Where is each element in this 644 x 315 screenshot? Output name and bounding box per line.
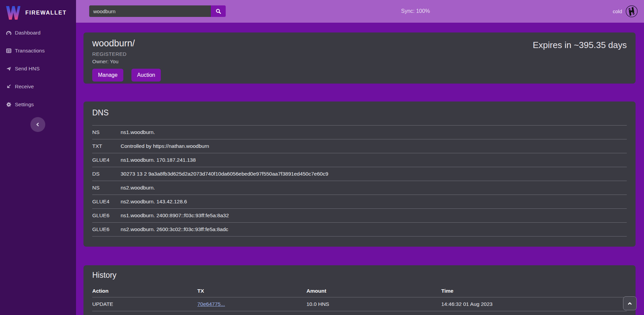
history-action: UPDATE	[92, 297, 197, 311]
domain-owner: Owner: You	[92, 59, 161, 64]
nav-label: Receive	[15, 84, 34, 90]
dns-record-value: 30273 13 2 9a3a8fb3d625d2a2073d740f10da6…	[121, 167, 627, 181]
send-icon	[6, 66, 11, 71]
dns-record-type: GLUE6	[92, 223, 121, 237]
dns-record-row: GLUE6ns1.woodburn. 2400:8907::f03c:93ff:…	[92, 209, 627, 223]
sidebar-item-transactions[interactable]: Transactions	[0, 47, 76, 54]
sync-status: Sync: 100%	[401, 8, 430, 14]
domain-actions: Manage Auction	[92, 69, 161, 82]
sidebar-collapse-button[interactable]	[30, 117, 45, 132]
brand-name: FIREWALLET	[25, 10, 67, 16]
dns-record-value: ns1.woodburn.	[121, 126, 627, 139]
dns-table: NSns1.woodburn. TXTControlled by https:/…	[92, 125, 627, 237]
handshake-logo-icon[interactable]	[625, 5, 638, 18]
nav-label: Settings	[15, 102, 34, 108]
history-header-amount: Amount	[306, 285, 441, 297]
tx-link[interactable]: 70e64775...	[197, 301, 225, 307]
dns-record-type: NS	[92, 181, 121, 195]
dns-record-value: ns2.woodburn. 143.42.128.6	[121, 195, 627, 209]
receive-icon	[6, 84, 11, 89]
transactions-icon	[6, 48, 11, 53]
history-header-tx: TX	[197, 285, 306, 297]
history-header-time: Time	[441, 285, 627, 297]
main-content: woodburn/ REGISTERED Owner: You Manage A…	[76, 23, 644, 315]
dns-record-value: ns2.woodburn.	[121, 181, 627, 195]
history-table: Action TX Amount Time UPDATE 70e64775...…	[92, 285, 627, 315]
dns-record-type: GLUE4	[92, 195, 121, 209]
history-amount: 10.0 HNS	[306, 311, 441, 315]
settings-icon	[6, 102, 11, 107]
history-time: 15:45:36 07 Jul 2023	[441, 311, 627, 315]
wallet-group: cold	[613, 0, 638, 23]
search-icon	[216, 8, 221, 14]
dns-record-value: Controlled by https://nathan.woodburn	[121, 139, 627, 153]
nav-label: Transactions	[15, 48, 45, 54]
brand[interactable]: FIREWALLET	[0, 0, 76, 21]
dns-record-row: GLUE6ns2.woodburn. 2600:3c02::f03c:93ff:…	[92, 223, 627, 237]
dns-card: DNS NSns1.woodburn. TXTControlled by htt…	[83, 102, 636, 247]
domain-card-left: woodburn/ REGISTERED Owner: You Manage A…	[92, 38, 161, 78]
search-button[interactable]	[211, 5, 226, 17]
dns-record-value: ns1.woodburn. 2400:8907::f03c:93ff:fe5a:…	[121, 209, 627, 223]
sidebar-item-settings[interactable]: Settings	[0, 101, 76, 108]
dns-card-title: DNS	[92, 108, 627, 117]
wallet-name: cold	[613, 8, 622, 14]
history-header-row: Action TX Amount Time	[92, 285, 627, 297]
auction-button[interactable]: Auction	[131, 69, 161, 82]
dns-record-value: ns2.woodburn. 2600:3c02::f03c:93ff:fe5a:…	[121, 223, 627, 237]
manage-button[interactable]: Manage	[92, 69, 123, 82]
scroll-to-top-button[interactable]	[623, 296, 637, 310]
dashboard-icon	[6, 30, 11, 36]
sidebar-item-receive[interactable]: Receive	[0, 83, 76, 90]
topbar: Sync: 100% cold	[76, 0, 644, 23]
dns-record-value: ns1.woodburn. 170.187.241.138	[121, 153, 627, 167]
dns-record-type: GLUE6	[92, 209, 121, 223]
search-group	[89, 5, 226, 17]
history-row: RENEW 473c8af... 10.0 HNS 15:45:36 07 Ju…	[92, 311, 627, 315]
dns-record-row: GLUE4ns2.woodburn. 143.42.128.6	[92, 195, 627, 209]
history-time: 14:46:32 01 Aug 2023	[441, 297, 627, 311]
domain-status: REGISTERED	[92, 51, 161, 57]
domain-expires: Expires in ~395.35 days	[533, 40, 627, 78]
search-input[interactable]	[89, 5, 211, 17]
dns-record-type: NS	[92, 126, 121, 139]
dns-record-row: GLUE4ns1.woodburn. 170.187.241.138	[92, 153, 627, 167]
history-amount: 10.0 HNS	[306, 297, 441, 311]
dns-record-type: TXT	[92, 139, 121, 153]
nav-label: Dashboard	[15, 30, 41, 36]
domain-card: woodburn/ REGISTERED Owner: You Manage A…	[83, 32, 636, 84]
domain-title: woodburn/	[92, 38, 161, 49]
sidebar-item-dashboard[interactable]: Dashboard	[0, 29, 76, 37]
dns-record-row: NSns2.woodburn.	[92, 181, 627, 195]
history-card: History Action TX Amount Time UPDATE 70e…	[83, 265, 636, 315]
sidebar-nav: Dashboard Transactions Send HNS Receive …	[0, 29, 76, 108]
sidebar-item-send-hns[interactable]: Send HNS	[0, 65, 76, 72]
dns-record-row: NSns1.woodburn.	[92, 126, 627, 139]
dns-record-type: GLUE4	[92, 153, 121, 167]
firewallet-logo-icon	[5, 6, 21, 20]
dns-record-row: TXTControlled by https://nathan.woodburn	[92, 139, 627, 153]
chevron-up-icon	[627, 301, 633, 306]
history-row: UPDATE 70e64775... 10.0 HNS 14:46:32 01 …	[92, 297, 627, 311]
history-header-action: Action	[92, 285, 197, 297]
history-action: RENEW	[92, 311, 197, 315]
history-card-title: History	[92, 271, 627, 280]
chevron-left-icon	[35, 122, 41, 127]
nav-label: Send HNS	[15, 66, 40, 72]
dns-record-type: DS	[92, 167, 121, 181]
dns-record-row: DS30273 13 2 9a3a8fb3d625d2a2073d740f10d…	[92, 167, 627, 181]
sidebar: FIREWALLET Dashboard Transactions Send H…	[0, 0, 76, 315]
